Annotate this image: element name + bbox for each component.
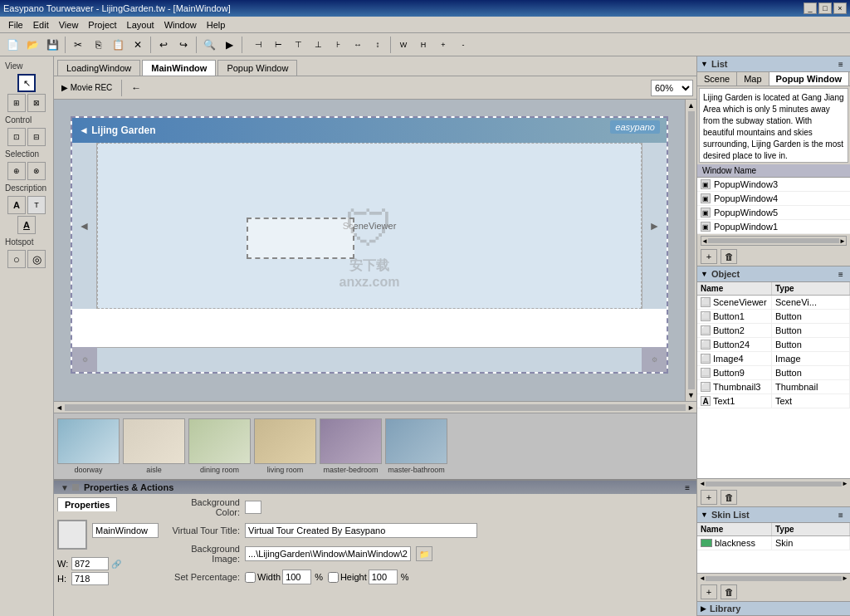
size-h[interactable]: H [414,36,432,54]
menu-file[interactable]: File [3,18,28,32]
movie-rec-button[interactable]: ▶ Movie REC [57,79,116,97]
hotspot-tool-2[interactable]: ◎ [27,250,46,268]
text-box[interactable] [247,218,354,259]
list-tab-popup[interactable]: Popup Window [769,72,849,86]
view-tool-2[interactable]: ⊠ [27,94,46,112]
thumb-item-4[interactable]: master-bedroom [320,418,382,474]
height-input[interactable] [71,572,109,585]
menu-help[interactable]: Help [202,18,231,32]
height-pct-checkbox[interactable] [328,572,339,583]
cut-button[interactable]: ✂ [69,36,87,54]
align-center[interactable]: ⊢ [269,36,287,54]
tab-popup-window[interactable]: Popup Window [217,60,297,76]
skin-delete-btn[interactable]: 🗑 [721,584,737,599]
maximize-button[interactable]: □ [818,2,832,14]
tab-loading-window[interactable]: LoadingWindow [57,60,140,76]
close-button[interactable]: × [833,2,847,14]
window-item-3[interactable]: ▣ PopupWindow1 [697,220,850,234]
bg-image-browse[interactable]: 📁 [416,546,432,561]
height-pct-input[interactable] [369,570,398,584]
vt-title-input[interactable] [245,523,477,538]
align-right[interactable]: ⊤ [289,36,307,54]
menu-view[interactable]: View [54,18,84,32]
obj-row-3[interactable]: ⬜ Button24 Button [697,338,850,352]
redo-button[interactable]: ↪ [174,36,193,54]
properties-options-icon[interactable]: ≡ [685,483,690,492]
h-scroll-thumb[interactable] [65,404,686,411]
select-tool[interactable]: ↖ [17,74,36,92]
new-button[interactable]: 📄 [3,36,22,54]
skin-scrollbar[interactable]: ◄ ► [697,573,850,583]
scroll-thumb[interactable] [688,111,695,389]
skin-row-0[interactable]: blackness Skin [697,536,850,550]
width-input[interactable] [71,557,109,570]
open-button[interactable]: 📂 [23,36,42,54]
list-tab-scene[interactable]: Scene [697,72,737,86]
zoom-in[interactable]: + [434,36,452,54]
win-scroll-left[interactable]: ◄ [701,237,708,245]
back-button[interactable]: ← [127,79,145,97]
tab-main-window[interactable]: MainWindow [142,60,216,76]
win-scroll-thumb[interactable] [708,238,839,243]
obj-row-6[interactable]: ⬜ Thumbnail3 Thumbnail [697,380,850,394]
window-add-btn[interactable]: + [701,249,717,264]
skin-scroll-thumb[interactable] [706,576,842,581]
copy-button[interactable]: ⎘ [89,36,107,54]
selection-tool-2[interactable]: ⊗ [27,162,46,180]
component-value-input[interactable] [92,523,159,538]
obj-row-7[interactable]: A Text1 Text [697,394,850,408]
canvas-v-scrollbar[interactable]: ▲ ▼ [685,100,696,401]
list-options-icon[interactable]: ≡ [835,58,847,70]
thumb-item-5[interactable]: master-bathroom [385,418,447,474]
win-scroll-right[interactable]: ► [839,237,846,245]
text-tool[interactable]: A [7,196,26,214]
width-pct-checkbox[interactable] [245,572,256,583]
zoom-select[interactable]: 60% 25% 50% 75% 100% [651,80,693,96]
text-tool-2[interactable]: A [17,216,36,234]
obj-row-2[interactable]: ⬜ Button2 Button [697,324,850,338]
list-tab-map[interactable]: Map [737,72,769,86]
align-bottom[interactable]: ⊦ [329,36,347,54]
canvas-h-scrollbar[interactable]: ◄ ► [54,401,696,413]
paste-button[interactable]: 📋 [109,36,127,54]
skin-scroll-left[interactable]: ◄ [699,574,706,582]
window-delete-btn[interactable]: 🗑 [721,249,737,264]
size-w[interactable]: W [394,36,413,54]
width-pct-input[interactable] [282,570,311,584]
skin-scroll-right[interactable]: ► [842,574,848,582]
properties-tab[interactable]: Properties [57,497,117,511]
obj-scroll-thumb[interactable] [706,482,842,486]
window-item-1[interactable]: ▣ PopupWindow4 [697,192,850,206]
control-tool-1[interactable]: ⊡ [7,128,26,146]
bg-color-picker[interactable] [245,501,261,514]
view-tool-1[interactable]: ⊞ [7,94,26,112]
undo-button[interactable]: ↩ [154,36,173,54]
object-add-btn[interactable]: + [701,490,717,505]
object-scrollbar[interactable]: ◄ ► [697,478,850,488]
save-button[interactable]: 💾 [43,36,61,54]
control-tool-2[interactable]: ⊟ [27,128,46,146]
window-item-2[interactable]: ▣ PopupWindow5 [697,206,850,220]
menu-project[interactable]: Project [83,18,121,32]
publish-button[interactable]: ▶ [220,36,238,54]
properties-expand-icon[interactable]: ▼ [61,483,69,492]
thumb-item-3[interactable]: living room [254,418,316,474]
delete-button[interactable]: ✕ [129,36,147,54]
window-item-0[interactable]: ▣ PopupWindow3 [697,178,850,192]
obj-scroll-right[interactable]: ► [842,480,848,487]
scroll-down[interactable]: ▼ [687,391,695,399]
library-expand-icon[interactable]: ▶ [701,604,706,613]
object-expand-icon[interactable]: ▼ [701,270,708,278]
desc-tool-2[interactable]: T [27,196,46,214]
minimize-button[interactable]: _ [804,2,817,14]
thumb-item-2[interactable]: dining room [188,418,251,474]
menu-window[interactable]: Window [159,18,202,32]
skin-expand-icon[interactable]: ▼ [701,511,708,519]
menu-layout[interactable]: Layout [122,18,159,32]
list-expand-icon[interactable]: ▼ [701,60,708,68]
scroll-left[interactable]: ◄ [56,403,63,412]
thumb-item-0[interactable]: doorway [57,418,120,474]
align-top[interactable]: ⊥ [309,36,327,54]
distribute-v[interactable]: ↕ [369,36,387,54]
zoom-out[interactable]: - [454,36,472,54]
